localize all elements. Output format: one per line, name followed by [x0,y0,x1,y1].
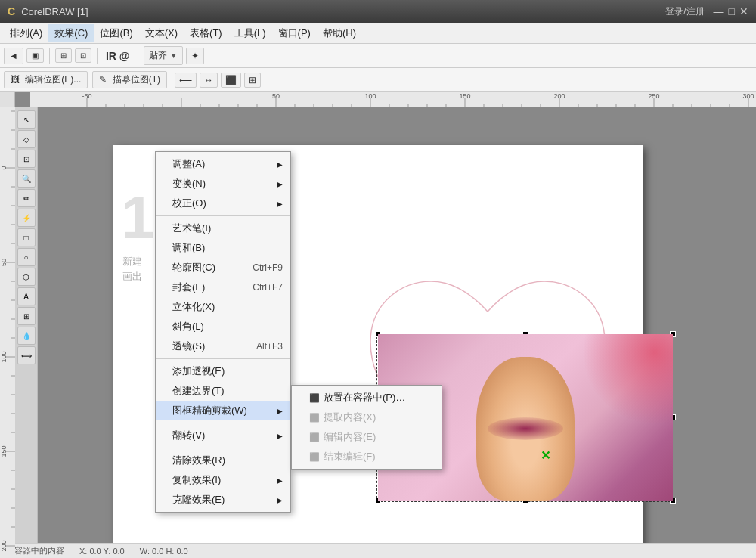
sep3 [138,48,138,64]
ruler-horizontal [30,92,756,107]
content-x-mark: ✕ [541,448,550,463]
app-logo: C [8,5,15,17]
toolbar2-icon2[interactable]: ↔ [200,73,218,88]
app-title: CorelDRAW [1] [21,6,88,17]
arrow-clone-effects: ▶ [277,496,283,504]
menu-item-blend[interactable]: 调和(B) [156,238,290,258]
tool-crop[interactable]: ⊡ [17,150,36,168]
maximize-button[interactable]: □ [729,5,735,17]
tool-table[interactable]: ⊞ [17,307,36,325]
sep2 [97,48,98,64]
menu-item-edit-content: ⬛ 编辑内容(E) [292,427,442,447]
edit-bitmap-icon: 🖼 [11,74,20,85]
login-area[interactable]: 登录/注册 [665,5,704,18]
status-bar: 在容器中的内容 X: 0.0 Y: 0.0 W: 0.0 H: 0.0 [0,543,756,558]
toolbar1: ◄ ▣ ⊞ ⊡ IR @ 贴齐 ▼ ✦ [0,44,756,68]
menu-table[interactable]: 表格(T) [184,24,228,42]
snap-icon: ✦ [191,51,199,61]
menu-item-clone-effects[interactable]: 克隆效果(E) ▶ [156,490,290,510]
menu-item-copy-effects[interactable]: 复制效果(I) ▶ [156,470,290,490]
arrow-adjust: ▶ [277,160,283,169]
tool-eyedropper[interactable]: 💧 [17,327,36,345]
toolbar2-icon1[interactable]: ⟵ [175,73,197,88]
ruler-corner [0,92,15,107]
tool-interactive[interactable]: ⟺ [17,346,36,364]
menu-item-transform[interactable]: 变换(N) ▶ [156,174,290,194]
finish-edit-icon: ⬛ [308,451,321,463]
close-button[interactable]: ✕ [739,5,748,17]
sep-effects-3 [156,423,290,423]
edit-content-icon: ⬛ [308,431,321,443]
extract-icon: ⬛ [308,411,321,423]
edit-bitmap-label: 编辑位图(E)... [25,74,81,85]
frame-clip-submenu-popup: ⬛ 放置在容器中(P)… ⬛ 提取内容(X) ⬛ 编辑内容(E) ⬛ 结束编辑(… [291,385,442,470]
menu-sort[interactable]: 排列(A) [4,24,48,42]
toolbar2-icon4[interactable]: ⊞ [244,73,261,88]
trace-bitmap-label: 描摹位图(T) [113,74,160,85]
fit-dropdown[interactable]: 贴齐 ▼ [144,46,182,65]
menu-item-place-in-container[interactable]: ⬛ 放置在容器中(P)… [292,388,442,408]
toolbar2: 🖼 编辑位图(E)... ✎ 描摹位图(T) ⟵ ↔ ⬛ ⊞ [0,68,756,92]
menu-tools[interactable]: 工具(L) [228,24,272,42]
sep-effects-1 [156,215,290,216]
tool-polygon[interactable]: ⬡ [17,268,36,286]
menu-item-extract-content: ⬛ 提取内容(X) [292,408,442,427]
toolbar2-icon3[interactable]: ⬛ [221,73,241,88]
arrow-frame-clip: ▶ [277,407,283,415]
menu-item-rollover[interactable]: 翻转(V) ▶ [156,426,290,445]
fit-arrow: ▼ [170,51,178,60]
title-bar: C CorelDRAW [1] 登录/注册 — □ ✕ [0,0,756,23]
toolbar-icon3[interactable]: ⊡ [75,48,91,63]
trace-bitmap-icon: ✎ [99,74,107,85]
arrow-rollover: ▶ [277,432,283,440]
shortcut-contour: Ctrl+F9 [237,262,283,273]
menu-text[interactable]: 文本(X) [139,24,184,42]
menu-item-perspective[interactable]: 添加透视(E) [156,361,290,381]
tool-text[interactable]: A [17,287,36,305]
window-controls: — □ ✕ [714,5,748,17]
tool-select[interactable]: ↖ [17,110,36,129]
arrow-copy-effects: ▶ [277,476,283,485]
menu-item-envelope[interactable]: 封套(E) Ctrl+F7 [156,277,290,297]
menu-item-extrude[interactable]: 立体化(X) [156,297,290,317]
tool-ellipse[interactable]: ○ [17,248,36,266]
menu-item-adjust[interactable]: 调整(A) ▶ [156,154,290,174]
snap-icon-btn[interactable]: ✦ [186,48,204,64]
edit-bitmap-btn[interactable]: 🖼 编辑位图(E)... [4,71,88,88]
menu-item-correct[interactable]: 校正(O) ▶ [156,194,290,213]
status-coords: X: 0.0 Y: 0.0 [79,547,125,556]
menu-item-artbrush[interactable]: 艺术笔(I) [156,219,290,238]
shortcut-lens: Alt+F3 [241,341,283,352]
menu-help[interactable]: 帮助(H) [317,24,362,42]
tool-zoom[interactable]: 🔍 [17,169,36,188]
menu-item-boundary[interactable]: 创建边界(T) [156,381,290,401]
minimize-button[interactable]: — [714,5,724,17]
status-size: W: 0.0 H: 0.0 [140,547,188,556]
tool-rect[interactable]: □ [17,228,36,246]
arrow-transform: ▶ [277,180,283,188]
menu-item-clear-effects[interactable]: 清除效果(R) [156,451,290,470]
toolbar-back-btn[interactable]: ◄ [4,48,23,64]
menu-window[interactable]: 窗口(P) [272,24,317,42]
trace-bitmap-btn[interactable]: ✎ 描摹位图(T) [92,71,167,88]
place-icon: ⬛ [308,392,321,404]
tool-shape[interactable]: ◇ [17,130,36,148]
toolbar-small-icon[interactable]: ▣ [26,48,44,63]
menu-item-contour[interactable]: 轮廓图(C) Ctrl+F9 [156,258,290,277]
menu-item-finish-edit: ⬛ 结束编辑(F) [292,447,442,467]
menu-item-frame-clip[interactable]: 图框精确剪裁(W) ▶ [156,401,290,420]
toolbox: ↖ ◇ ⊡ 🔍 ✏ ⚡ □ ○ ⬡ A ⊞ 💧 ⟺ [15,107,38,543]
menu-item-bevel[interactable]: 斜角(L) [156,317,290,336]
sep-effects-2 [156,358,290,359]
canvas-area[interactable]: 1 新建 画出 [38,107,756,543]
menu-bitmap[interactable]: 位图(B) [94,24,138,42]
toolbar-icon2[interactable]: ⊞ [55,48,72,63]
menu-effects[interactable]: 效果(C) [48,24,94,42]
page-number: 1 [121,183,155,253]
effects-menu-popup: 调整(A) ▶ 变换(N) ▶ 校正(O) ▶ 艺术笔(I) 调和(B) [155,151,291,513]
tool-freehand[interactable]: ✏ [17,189,36,207]
menu-item-lens[interactable]: 透镜(S) Alt+F3 [156,336,290,356]
tool-smart[interactable]: ⚡ [17,209,36,227]
sep1 [49,48,50,64]
ir-at-label: IR @ [103,50,133,62]
